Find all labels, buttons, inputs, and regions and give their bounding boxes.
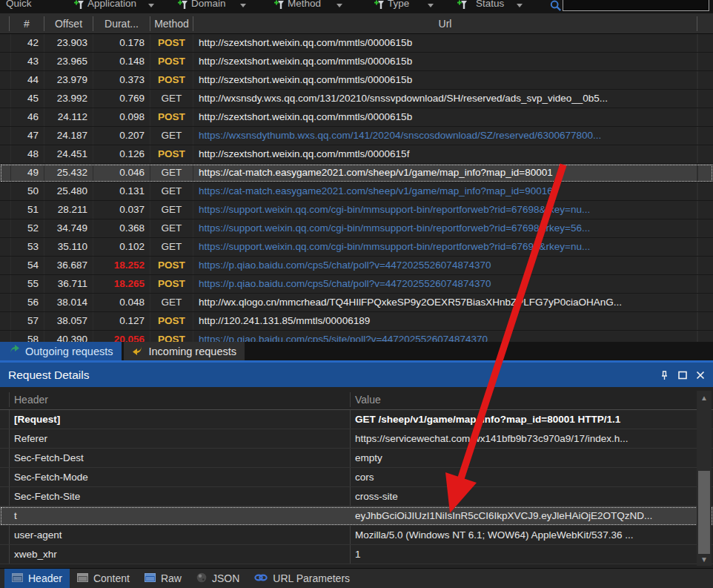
chevron-down-icon[interactable] bbox=[336, 4, 342, 7]
header-value: GET /sheep/v1/game/map_info?map_id=80001… bbox=[350, 410, 713, 429]
view-tab-header[interactable]: Header bbox=[4, 569, 70, 588]
header-row[interactable]: xweb_xhr1 bbox=[0, 545, 713, 564]
row-tail bbox=[697, 108, 713, 126]
request-duration: 0.037 bbox=[93, 201, 150, 219]
request-offset: 36.711 bbox=[44, 275, 93, 293]
header-row[interactable]: teyJhbGciOiJIUzI1NiIsInR5cCI6IkpXVCJ9.ey… bbox=[0, 506, 713, 526]
col-url[interactable]: Url bbox=[193, 16, 697, 31]
header-name: Sec-Fetch-Site bbox=[9, 487, 350, 506]
request-number: 50 bbox=[10, 182, 44, 200]
chevron-down-icon[interactable] bbox=[517, 4, 523, 7]
row-tail bbox=[697, 312, 713, 330]
request-url: https://support.weixin.qq.com/cgi-bin/mm… bbox=[193, 201, 697, 219]
request-duration: 18.265 bbox=[93, 275, 150, 293]
filter-dropdown-application[interactable]: Application bbox=[87, 0, 136, 12]
table-row[interactable]: 5436.68718.252POSThttps://p.qiao.baidu.c… bbox=[0, 257, 713, 275]
table-row[interactable]: 4925.4320.046GEThttps://cat-match.easyga… bbox=[0, 164, 713, 182]
request-method: POST bbox=[150, 145, 193, 163]
request-url: https://p.qiao.baidu.com/cps5/chat/poll?… bbox=[193, 275, 697, 293]
table-row[interactable]: 4724.1870.207GEThttps://wxsnsdythumb.wxs… bbox=[0, 127, 713, 145]
row-tail bbox=[697, 275, 713, 293]
table-row[interactable]: 4624.1120.098POSThttp://szextshort.weixi… bbox=[0, 108, 713, 127]
header-list-icon bbox=[12, 572, 23, 584]
header-value: https://servicewechat.com/wx141bfb9b73c9… bbox=[350, 429, 713, 448]
row-tail bbox=[697, 53, 713, 70]
table-row[interactable]: 4223.9030.178POSThttp://szextshort.weixi… bbox=[0, 34, 713, 53]
row-gutter bbox=[0, 545, 9, 564]
request-method: GET bbox=[150, 294, 193, 311]
header-row[interactable]: Sec-Fetch-Modecors bbox=[0, 468, 713, 487]
incoming-arrow-icon bbox=[132, 345, 144, 357]
table-row[interactable]: 4423.9790.373POSThttp://szextshort.weixi… bbox=[0, 71, 713, 90]
maximize-icon[interactable] bbox=[678, 371, 687, 380]
table-row[interactable]: 5638.0140.048GEThttp://wx.qlogo.cn/mmcrh… bbox=[0, 294, 713, 312]
search-icon[interactable] bbox=[550, 0, 562, 13]
header-row[interactable]: user-agentMozilla/5.0 (Windows NT 6.1; W… bbox=[0, 526, 713, 545]
chevron-down-icon[interactable] bbox=[148, 4, 154, 7]
header-row[interactable]: Sec-Fetch-Destempty bbox=[0, 449, 713, 468]
request-duration: 0.046 bbox=[93, 164, 150, 182]
tab-outgoing-requests[interactable]: Outgoing requests bbox=[0, 342, 122, 360]
table-row[interactable]: 4824.4510.126POSThttp://szextshort.weixi… bbox=[0, 145, 713, 164]
header-name: Sec-Fetch-Mode bbox=[9, 468, 350, 486]
view-tab-content[interactable]: Content bbox=[70, 569, 137, 588]
view-tab-label: Content bbox=[93, 572, 130, 584]
details-scrollbar[interactable]: ▲ ▼ bbox=[697, 391, 712, 566]
table-row[interactable]: 5536.71118.265POSThttps://p.qiao.baidu.c… bbox=[0, 275, 713, 294]
view-tab-url-parameters[interactable]: URL Parameters bbox=[247, 569, 357, 588]
col-value[interactable]: Value bbox=[350, 392, 713, 407]
col-number[interactable]: # bbox=[10, 16, 44, 31]
request-method: POST bbox=[150, 71, 193, 89]
quick-filter-label[interactable]: Quick bbox=[6, 0, 32, 12]
scroll-up-icon[interactable]: ▲ bbox=[697, 391, 712, 404]
scrollbar-thumb[interactable] bbox=[698, 471, 710, 554]
request-method: POST bbox=[150, 34, 193, 52]
table-row[interactable]: 5234.7490.368GEThttps://support.weixin.q… bbox=[0, 219, 713, 238]
request-duration: 0.207 bbox=[93, 127, 150, 145]
filter-dropdown-method[interactable]: Method bbox=[288, 0, 321, 12]
request-number: 49 bbox=[10, 164, 44, 182]
pin-icon[interactable] bbox=[660, 370, 669, 380]
headers-table: Header Value [Request]GET /sheep/v1/game… bbox=[0, 389, 713, 568]
table-row[interactable]: 5738.0570.127POSThttp://120.241.131.85/m… bbox=[0, 312, 713, 331]
header-row[interactable]: Sec-Fetch-Sitecross-site bbox=[0, 487, 713, 506]
filter-dropdown-type[interactable]: Type bbox=[388, 0, 409, 12]
col-offset[interactable]: Offset bbox=[44, 16, 93, 31]
row-tail bbox=[697, 34, 713, 52]
search-input[interactable] bbox=[563, 0, 709, 11]
tab-incoming-requests[interactable]: Incoming requests bbox=[124, 342, 245, 360]
col-method[interactable]: Method bbox=[150, 16, 193, 31]
row-tail bbox=[697, 127, 713, 145]
view-tab-json[interactable]: JSON bbox=[189, 569, 247, 588]
request-url: https://wxsnsdythumb.wxs.qq.com/141/2020… bbox=[193, 127, 697, 145]
filter-dropdown-domain[interactable]: Domain bbox=[191, 0, 226, 12]
request-url: https://support.weixin.qq.com/cgi-bin/mm… bbox=[193, 219, 697, 237]
requests-table-header: # Offset Durat... Method Url bbox=[0, 13, 713, 34]
request-number: 45 bbox=[10, 90, 44, 108]
col-header[interactable]: Header bbox=[9, 392, 350, 407]
chevron-down-icon[interactable] bbox=[240, 4, 246, 7]
table-row[interactable]: 5335.1100.102GEThttps://support.weixin.q… bbox=[0, 238, 713, 257]
request-url: http://szextshort.weixin.qq.com/mmtls/00… bbox=[193, 108, 697, 126]
table-row[interactable]: 5840.39020.056POSThttps://p.qiao.baidu.c… bbox=[0, 331, 713, 342]
table-row[interactable]: 5128.2110.037GEThttps://support.weixin.q… bbox=[0, 201, 713, 219]
tab-incoming-label: Incoming requests bbox=[149, 346, 236, 357]
request-offset: 24.112 bbox=[44, 108, 93, 126]
header-row[interactable]: [Request]GET /sheep/v1/game/map_info?map… bbox=[0, 410, 713, 429]
table-row[interactable]: 4523.9920.769GEThttp://wxsnsdy.wxs.qq.co… bbox=[0, 90, 713, 108]
col-duration[interactable]: Durat... bbox=[93, 16, 150, 31]
header-row[interactable]: Refererhttps://servicewechat.com/wx141bf… bbox=[0, 429, 713, 449]
view-tab-raw[interactable]: Raw bbox=[137, 569, 189, 588]
request-number: 48 bbox=[10, 145, 44, 163]
request-url: http://wxsnsdy.wxs.qq.com/131/20210/snss… bbox=[193, 90, 697, 108]
table-row[interactable]: 5025.4800.131GEThttps://cat-match.easyga… bbox=[0, 182, 713, 201]
request-duration: 0.131 bbox=[93, 182, 150, 200]
close-icon[interactable] bbox=[696, 371, 705, 380]
filter-dropdown-status[interactable]: Status bbox=[476, 0, 504, 12]
request-method: POST bbox=[150, 312, 193, 330]
json-sphere-icon bbox=[196, 572, 207, 585]
scroll-down-icon[interactable]: ▼ bbox=[697, 552, 712, 566]
table-row[interactable]: 4323.9650.148POSThttp://szextshort.weixi… bbox=[0, 53, 713, 71]
chevron-down-icon[interactable] bbox=[428, 4, 434, 7]
col-tail bbox=[697, 16, 713, 31]
